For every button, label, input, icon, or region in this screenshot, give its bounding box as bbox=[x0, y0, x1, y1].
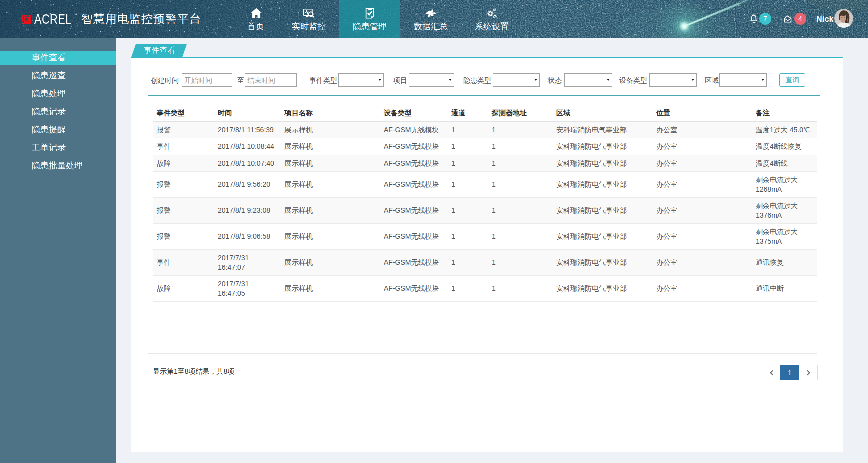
hazard-type-select[interactable] bbox=[493, 73, 540, 87]
table-cell: AF-GSM无线模块 bbox=[380, 224, 447, 250]
event-type-select[interactable] bbox=[338, 73, 384, 87]
filter-created-time-label: 创建时间 bbox=[151, 76, 179, 85]
table-cell: 1 bbox=[447, 224, 488, 250]
status-select[interactable] bbox=[564, 73, 612, 87]
table-row[interactable]: 报警2017/8/1 9:56:20展示样机AF-GSM无线模块11安科瑞消防电… bbox=[153, 172, 817, 198]
table-cell: 温度4断线 bbox=[752, 155, 817, 172]
bell-icon[interactable] bbox=[748, 13, 759, 25]
sidebar-item-3[interactable]: 隐患处理 bbox=[0, 87, 116, 101]
table-cell: 1 bbox=[447, 121, 488, 138]
results-info: 显示第1至8项结果，共8项 bbox=[153, 367, 234, 376]
table-cell: 展示样机 bbox=[280, 172, 380, 198]
table-cell: 事件 bbox=[153, 250, 214, 276]
mail-badge[interactable]: 4 bbox=[794, 13, 806, 25]
column-header[interactable]: 通道 bbox=[447, 104, 488, 122]
table-cell: AF-GSM无线模块 bbox=[380, 198, 447, 224]
table-cell: 安科瑞消防电气事业部 bbox=[552, 224, 652, 250]
table-cell: AF-GSM无线模块 bbox=[380, 121, 447, 138]
table-cell: 展示样机 bbox=[280, 121, 380, 138]
table-cell: 办公室 bbox=[652, 172, 752, 198]
table-cell: 办公室 bbox=[652, 250, 752, 276]
table-cell: 2017/7/31 16:47:05 bbox=[214, 276, 280, 302]
sidebar-item-2[interactable]: 隐患巡查 bbox=[0, 69, 116, 83]
sidebar: 事件查看隐患巡查隐患处理隐患记录隐患提醒工单记录隐患批量处理 bbox=[0, 38, 116, 463]
mail-icon[interactable] bbox=[782, 14, 793, 24]
table-cell: 1 bbox=[447, 172, 488, 198]
table-cell: 1 bbox=[447, 198, 488, 224]
table-cell: 1 bbox=[488, 138, 552, 155]
table-row[interactable]: 报警2017/8/1 11:56:39展示样机AF-GSM无线模块11安科瑞消防… bbox=[153, 121, 817, 138]
sidebar-item-5[interactable]: 隐患提醒 bbox=[0, 123, 116, 137]
user-name[interactable]: Nick bbox=[816, 15, 834, 24]
table-row[interactable]: 事件2017/8/1 10:08:44展示样机AF-GSM无线模块11安科瑞消防… bbox=[153, 138, 817, 155]
table-cell: 通讯恢复 bbox=[752, 250, 817, 276]
page-1-button[interactable]: 1 bbox=[780, 365, 799, 380]
table-cell: 安科瑞消防电气事业部 bbox=[552, 172, 652, 198]
table-row[interactable]: 报警2017/8/1 9:23:08展示样机AF-GSM无线模块11安科瑞消防电… bbox=[153, 198, 817, 224]
table-cell: 办公室 bbox=[652, 155, 752, 172]
device-type-select[interactable] bbox=[649, 73, 697, 87]
column-header[interactable]: 位置 bbox=[652, 104, 752, 122]
pagination: 1 bbox=[762, 365, 818, 380]
end-time-input[interactable] bbox=[245, 73, 297, 87]
table-cell: 2017/8/1 9:23:08 bbox=[214, 198, 280, 224]
table-cell: 安科瑞消防电气事业部 bbox=[552, 121, 652, 138]
page-prev-button[interactable] bbox=[762, 365, 781, 380]
table-cell: 2017/8/1 10:07:40 bbox=[214, 155, 280, 172]
column-header[interactable]: 设备类型 bbox=[380, 104, 447, 122]
table-cell: AF-GSM无线模块 bbox=[380, 250, 447, 276]
table-cell: 办公室 bbox=[652, 138, 752, 155]
table-row[interactable]: 事件2017/7/31 16:47:07展示样机AF-GSM无线模块11安科瑞消… bbox=[153, 250, 817, 276]
table-cell: 故障 bbox=[153, 276, 214, 302]
table-row[interactable]: 故障2017/7/31 16:47:05展示样机AF-GSM无线模块11安科瑞消… bbox=[153, 276, 817, 302]
table-cell: 展示样机 bbox=[280, 276, 380, 302]
table-cell: 1 bbox=[447, 138, 488, 155]
table-cell: 1 bbox=[488, 121, 552, 138]
column-header[interactable]: 探测器地址 bbox=[488, 104, 552, 122]
table-cell: 报警 bbox=[153, 198, 214, 224]
table-row[interactable]: 报警2017/8/1 9:06:58展示样机AF-GSM无线模块11安科瑞消防电… bbox=[153, 224, 817, 250]
start-time-input[interactable] bbox=[182, 73, 232, 87]
page-next-button[interactable] bbox=[799, 365, 818, 380]
table-cell: 剩余电流过大 1376mA bbox=[752, 198, 817, 224]
sidebar-item-4[interactable]: 隐患记录 bbox=[0, 105, 116, 119]
table-cell: 温度4断线恢复 bbox=[752, 138, 817, 155]
table-cell: AF-GSM无线模块 bbox=[380, 138, 447, 155]
table-cell: 安科瑞消防电气事业部 bbox=[552, 155, 652, 172]
avatar[interactable] bbox=[834, 9, 853, 28]
table-cell: 1 bbox=[447, 155, 488, 172]
table-cell: 事件 bbox=[153, 138, 214, 155]
table-cell: 展示样机 bbox=[280, 198, 380, 224]
table-cell: 安科瑞消防电气事业部 bbox=[552, 276, 652, 302]
filter-status-label: 状态 bbox=[548, 76, 562, 85]
column-header[interactable]: 备注 bbox=[752, 104, 817, 122]
table-cell: 展示样机 bbox=[280, 224, 380, 250]
table-cell: 办公室 bbox=[652, 276, 752, 302]
project-select[interactable] bbox=[409, 73, 454, 87]
table-cell: 报警 bbox=[153, 224, 214, 250]
sidebar-item-1[interactable]: 事件查看 bbox=[0, 51, 116, 65]
bell-badge[interactable]: 7 bbox=[759, 13, 771, 25]
table-cell: 办公室 bbox=[652, 224, 752, 250]
table-cell: 剩余电流过大 1375mA bbox=[752, 224, 817, 250]
table-cell: AF-GSM无线模块 bbox=[380, 155, 447, 172]
table-cell: 通讯中断 bbox=[752, 276, 817, 302]
column-header[interactable]: 事件类型 bbox=[153, 104, 214, 122]
column-header[interactable]: 区域 bbox=[552, 104, 652, 122]
table-cell: 1 bbox=[488, 172, 552, 198]
table-row[interactable]: 故障2017/8/1 10:07:40展示样机AF-GSM无线模块11安科瑞消防… bbox=[153, 155, 817, 172]
region-select[interactable] bbox=[719, 73, 767, 87]
column-header[interactable]: 时间 bbox=[214, 104, 280, 122]
table-cell: 安科瑞消防电气事业部 bbox=[552, 138, 652, 155]
query-button[interactable]: 查询 bbox=[779, 73, 805, 87]
table-cell: 故障 bbox=[153, 155, 214, 172]
sidebar-item-7[interactable]: 隐患批量处理 bbox=[0, 159, 116, 173]
table-cell: 安科瑞消防电气事业部 bbox=[552, 198, 652, 224]
chevron-right-icon bbox=[806, 370, 811, 376]
table-cell: 剩余电流过大 1268mA bbox=[752, 172, 817, 198]
sidebar-item-6[interactable]: 工单记录 bbox=[0, 141, 116, 155]
table-cell: 办公室 bbox=[652, 198, 752, 224]
table-cell: 2017/8/1 11:56:39 bbox=[214, 121, 280, 138]
table-cell: 1 bbox=[488, 276, 552, 302]
column-header[interactable]: 项目名称 bbox=[280, 104, 380, 122]
